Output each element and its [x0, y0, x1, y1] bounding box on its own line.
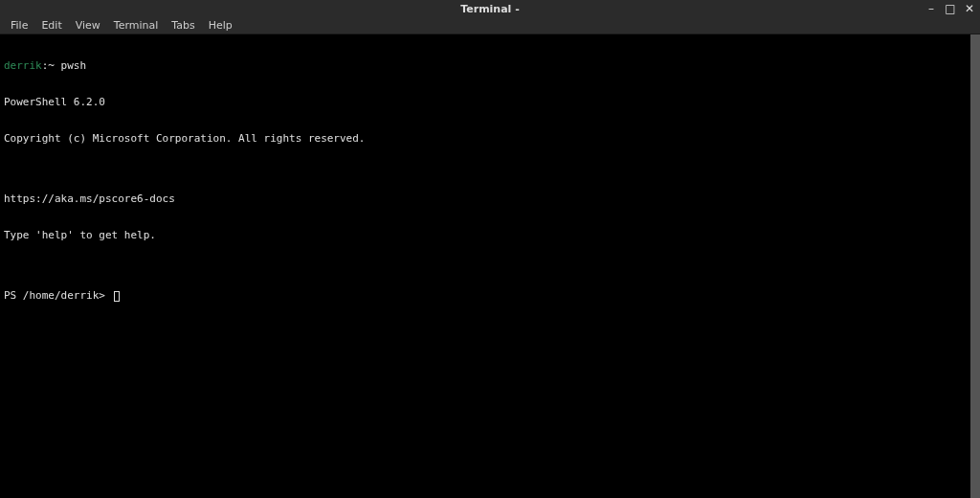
terminal-output[interactable]: derrik:~ pwsh PowerShell 6.2.0 Copyright…: [0, 34, 980, 498]
minimize-button[interactable]: –: [924, 3, 938, 14]
menu-edit[interactable]: Edit: [34, 17, 68, 34]
terminal-prompt-line: PS /home/derrik>: [4, 290, 976, 303]
menu-terminal[interactable]: Terminal: [107, 17, 166, 34]
titlebar: Terminal - – □ ✕: [0, 0, 980, 17]
menu-view[interactable]: View: [69, 17, 107, 34]
prompt-user: derrik: [4, 59, 42, 72]
prompt-separator: :~: [42, 59, 55, 72]
menu-file[interactable]: File: [4, 17, 34, 34]
menu-tabs[interactable]: Tabs: [165, 17, 201, 34]
window-title: Terminal -: [460, 3, 520, 15]
terminal-line: Copyright (c) Microsoft Corporation. All…: [4, 133, 976, 146]
prompt-command: pwsh: [55, 59, 86, 72]
terminal-line: derrik:~ pwsh: [4, 60, 976, 73]
window-controls: – □ ✕: [924, 0, 976, 17]
terminal-line: Type 'help' to get help.: [4, 230, 976, 242]
ps-prompt: PS /home/derrik>: [4, 289, 112, 302]
menubar: File Edit View Terminal Tabs Help: [0, 17, 980, 34]
menu-help[interactable]: Help: [202, 17, 239, 34]
close-button[interactable]: ✕: [963, 3, 976, 14]
scrollbar[interactable]: [970, 34, 980, 498]
terminal-line: PowerShell 6.2.0: [4, 97, 976, 109]
scrollbar-thumb[interactable]: [970, 34, 980, 498]
cursor-icon: [114, 291, 120, 302]
maximize-button[interactable]: □: [944, 3, 957, 14]
terminal-line: https://aka.ms/pscore6-docs: [4, 193, 976, 206]
